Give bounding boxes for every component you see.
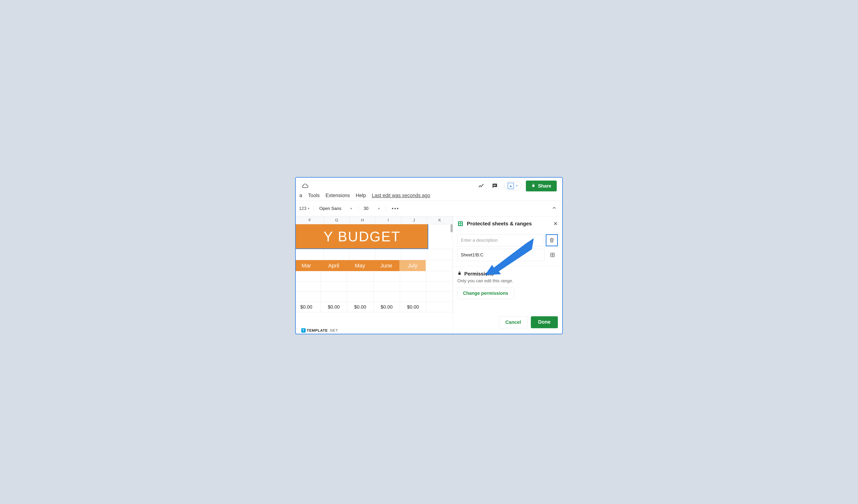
cell-empty[interactable] [321,281,347,292]
month-header[interactable]: April [320,260,347,271]
cell-empty[interactable] [296,292,321,302]
menu-help[interactable]: Help [356,193,366,198]
month-header[interactable]: May [347,260,373,271]
cell-value[interactable]: $0.00 [321,302,347,312]
done-button[interactable]: Done [531,316,558,328]
svg-rect-6 [461,224,462,225]
col-header[interactable]: K [427,216,453,224]
scrollbar-vertical[interactable] [450,224,453,232]
svg-rect-1 [493,186,495,186]
cell-empty[interactable] [400,292,426,302]
cell-value[interactable]: $0.00 [400,302,426,312]
menu-fragment-a[interactable]: a [299,193,302,198]
permissions-heading: Permissions [464,271,494,277]
present-dropdown-icon: ▼ [516,184,518,187]
comments-icon[interactable] [491,182,498,189]
cell-empty[interactable] [321,271,347,281]
cell-empty[interactable] [375,249,401,260]
cell-empty[interactable] [374,271,400,281]
cell-empty[interactable] [296,281,321,292]
cell-empty[interactable] [400,271,426,281]
watermark: T TEMPLATE.NET [301,328,338,332]
toolbar-collapse-icon[interactable] [552,205,557,212]
sheets-icon [457,221,463,227]
lock-icon [457,271,462,277]
cell-empty[interactable] [427,249,453,260]
present-button[interactable]: ▲ ▼ [504,181,522,190]
cell-empty[interactable] [401,249,427,260]
svg-rect-2 [458,221,463,226]
svg-rect-3 [459,222,460,223]
cell-empty[interactable] [347,292,374,302]
cell-empty[interactable] [324,249,349,260]
panel-title: Protected sheets & ranges [467,221,550,227]
lock-icon [531,183,536,189]
month-header[interactable]: July [399,260,426,271]
cell-empty[interactable] [347,271,374,281]
col-header[interactable]: F [296,216,324,224]
svg-rect-4 [461,222,462,223]
col-header[interactable]: G [324,216,350,224]
month-header[interactable]: June [373,260,399,271]
select-range-icon[interactable] [547,249,558,260]
close-icon[interactable]: ✕ [553,221,558,227]
cell-empty[interactable] [321,292,347,302]
change-permissions-button[interactable]: Change permissions [457,288,514,299]
cell-empty[interactable] [347,281,374,292]
cell-empty[interactable] [426,302,453,312]
cell-empty[interactable] [296,271,321,281]
svg-rect-0 [493,185,496,185]
range-input[interactable]: Sheet1!B:C [457,249,545,261]
toolbar-more-icon[interactable]: ••• [392,206,399,211]
permissions-subtext: Only you can edit this range. [457,278,558,283]
cell-empty[interactable] [426,281,453,292]
toolbar-font-selector[interactable]: Open Sans▼ [317,206,354,211]
cell-value[interactable]: $0.00 [374,302,400,312]
present-upload-icon: ▲ [508,183,514,189]
cell-empty[interactable] [296,249,324,260]
col-header[interactable]: I [375,216,401,224]
col-header[interactable]: H [350,216,375,224]
budget-banner-cell[interactable]: Y BUDGET [296,224,428,249]
cloud-save-icon [301,183,308,189]
share-button[interactable]: Share [526,181,557,191]
col-header[interactable]: J [401,216,427,224]
share-label: Share [538,183,551,189]
cell-empty[interactable] [426,271,453,281]
cell-empty[interactable] [374,292,400,302]
menu-extensions[interactable]: Extensions [325,193,350,198]
cell-empty[interactable] [426,260,452,271]
cell-value[interactable]: $0.00 [347,302,374,312]
delete-range-button[interactable] [546,234,558,246]
menu-tools[interactable]: Tools [308,193,320,198]
cell-empty[interactable] [374,281,400,292]
cell-empty[interactable] [349,249,375,260]
toolbar-font-size[interactable]: 30▼ [362,206,382,211]
description-input[interactable]: Enter a description [457,234,543,246]
toolbar-format-123[interactable]: 123▼ [299,206,310,211]
cancel-button[interactable]: Cancel [499,316,527,328]
svg-rect-5 [459,224,460,225]
cell-value[interactable]: $0.00 [296,302,321,312]
month-header[interactable]: Mar [296,260,320,271]
explore-trend-icon[interactable] [478,182,485,189]
cell-empty[interactable] [426,292,453,302]
cell-empty[interactable] [400,281,426,292]
cell-empty[interactable] [428,224,453,249]
last-edit-link[interactable]: Last edit was seconds ago [372,193,430,198]
